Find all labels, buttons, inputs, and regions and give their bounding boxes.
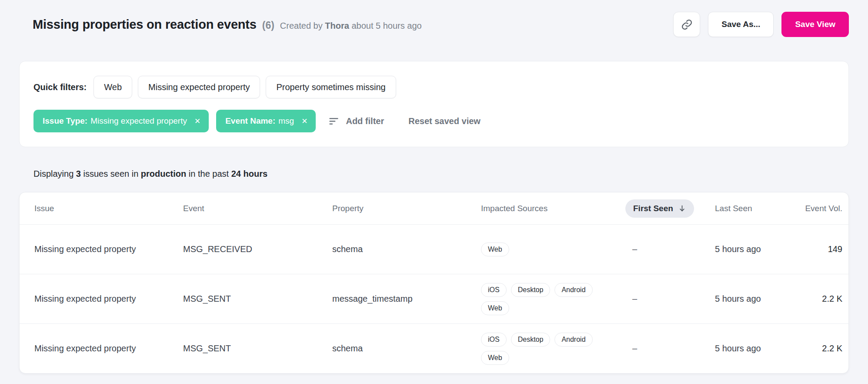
quick-filters-label: Quick filters: — [33, 82, 87, 92]
filter-chip-value: Missing expected property — [90, 116, 187, 126]
save-view-button[interactable]: Save View — [781, 12, 849, 37]
source-badge: Android — [554, 333, 592, 347]
quick-filter-button[interactable]: Property sometimes missing — [266, 76, 396, 98]
source-badge: Web — [481, 351, 509, 365]
filter-lines-icon — [328, 116, 339, 127]
byline-prefix: Created by — [280, 21, 323, 30]
active-filter-chip[interactable]: Event Name:msg✕ — [216, 110, 316, 132]
table-body: Missing expected property MSG_RECEIVED s… — [20, 224, 848, 373]
summary-environment: production — [141, 169, 186, 179]
cell-event-vol: 2.2 K — [822, 294, 842, 304]
topbar-actions: Save As... Save View — [673, 12, 849, 37]
reset-saved-view-button[interactable]: Reset saved view — [408, 116, 481, 126]
cell-first-seen: – — [625, 344, 715, 354]
table-header-row: Issue Event Property Impacted Sources Fi… — [20, 192, 848, 224]
issues-table: Issue Event Property Impacted Sources Fi… — [19, 192, 849, 374]
source-badge: Web — [481, 301, 509, 315]
active-filter-list: Issue Type:Missing expected property✕Eve… — [33, 110, 316, 132]
byline-suffix: about 5 hours ago — [351, 21, 421, 30]
table-row[interactable]: Missing expected property MSG_SENT schem… — [20, 323, 848, 373]
summary-text: issues seen in — [83, 169, 139, 179]
cell-impacted-sources: iOSDesktopAndroidWeb — [481, 327, 598, 370]
quick-filters-row: Quick filters: WebMissing expected prope… — [33, 76, 835, 98]
active-filters-row: Issue Type:Missing expected property✕Eve… — [33, 110, 835, 132]
issue-count-badge: (6) — [262, 20, 274, 31]
title-line: Missing properties on reaction events (6… — [33, 17, 422, 32]
source-badge: Android — [554, 283, 592, 297]
cell-property: schema — [332, 244, 481, 254]
summary-text: Displaying — [33, 169, 73, 179]
source-badge: Desktop — [511, 333, 551, 347]
filter-panel: Quick filters: WebMissing expected prope… — [19, 61, 849, 147]
remove-filter-icon[interactable]: ✕ — [301, 118, 307, 125]
cell-property: schema — [332, 344, 481, 354]
source-badge: Web — [481, 243, 509, 256]
column-header-event-vol[interactable]: Event Vol. — [805, 204, 842, 213]
table-row[interactable]: Missing expected property MSG_SENT messa… — [20, 274, 848, 323]
cell-property: message_timestamp — [332, 294, 481, 304]
summary-text: in the past — [189, 169, 229, 179]
table-row[interactable]: Missing expected property MSG_RECEIVED s… — [20, 224, 848, 274]
cell-issue: Missing expected property — [34, 344, 183, 354]
summary-period: 24 hours — [231, 169, 267, 179]
remove-filter-icon[interactable]: ✕ — [194, 118, 200, 125]
filter-chip-value: msg — [278, 116, 294, 126]
cell-first-seen: – — [625, 294, 715, 304]
cell-event-vol: 149 — [828, 244, 842, 254]
column-header-last-seen[interactable]: Last Seen — [715, 204, 794, 213]
source-badge: iOS — [481, 333, 507, 347]
add-filter-button[interactable]: Add filter — [328, 116, 384, 127]
filter-chip-key: Issue Type: — [43, 116, 87, 126]
summary-count: 3 — [76, 169, 81, 179]
topbar: Missing properties on reaction events (6… — [19, 11, 849, 37]
cell-event: MSG_SENT — [183, 344, 332, 354]
column-header-property[interactable]: Property — [332, 204, 481, 213]
quick-filter-button[interactable]: Missing expected property — [138, 76, 260, 98]
cell-last-seen: 5 hours ago — [715, 344, 794, 354]
add-filter-label: Add filter — [346, 116, 384, 126]
cell-event-vol: 2.2 K — [822, 344, 842, 354]
cell-impacted-sources: Web — [481, 237, 598, 262]
cell-last-seen: 5 hours ago — [715, 294, 794, 304]
source-badge: iOS — [481, 283, 507, 297]
save-as-button[interactable]: Save As... — [708, 12, 774, 37]
column-header-impacted-sources[interactable]: Impacted Sources — [481, 204, 625, 213]
cell-first-seen: – — [625, 244, 715, 254]
cell-issue: Missing expected property — [34, 294, 183, 304]
quick-filter-button[interactable]: Web — [93, 76, 132, 98]
cell-impacted-sources: iOSDesktopAndroidWeb — [481, 278, 598, 320]
column-header-event[interactable]: Event — [183, 204, 332, 213]
cell-last-seen: 5 hours ago — [715, 244, 794, 254]
cell-issue: Missing expected property — [34, 244, 183, 254]
author-name: Thora — [325, 21, 349, 30]
cell-event: MSG_SENT — [183, 294, 332, 304]
copy-link-button[interactable] — [673, 12, 700, 37]
active-filter-chip[interactable]: Issue Type:Missing expected property✕ — [33, 110, 209, 132]
sorted-column-label: First Seen — [633, 204, 673, 213]
source-badge: Desktop — [511, 283, 551, 297]
page-title: Missing properties on reaction events — [33, 17, 257, 32]
column-header-issue[interactable]: Issue — [34, 204, 183, 213]
sort-descending-icon — [678, 204, 686, 212]
issues-page: Missing properties on reaction events (6… — [0, 0, 868, 374]
created-byline: Created by Thora about 5 hours ago — [280, 21, 422, 31]
link-icon — [681, 19, 693, 30]
filter-chip-key: Event Name: — [225, 116, 275, 126]
results-summary: Displaying 3 issues seen in production i… — [33, 169, 849, 179]
column-header-first-seen[interactable]: First Seen — [625, 199, 694, 218]
quick-filter-list: WebMissing expected propertyProperty som… — [93, 76, 396, 98]
cell-event: MSG_RECEIVED — [183, 244, 332, 254]
